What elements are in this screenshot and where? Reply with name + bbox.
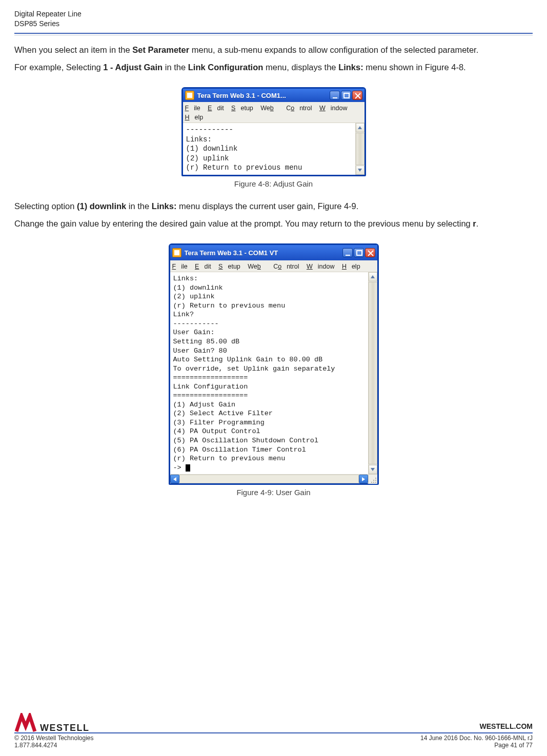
svg-rect-0: [333, 97, 337, 98]
scroll-left-button[interactable]: [170, 475, 179, 483]
resize-grip[interactable]: [368, 475, 377, 484]
window-title: Tera Term Web 3.1 - COM1 VT: [185, 249, 342, 257]
minimize-button[interactable]: [330, 91, 340, 100]
footer-right: 14 June 2016 Doc. No. 960-1666-MNL rJ Pa…: [420, 734, 533, 749]
svg-point-7: [373, 480, 374, 481]
footer-phone: 1.877.844.4274: [14, 742, 94, 749]
text: Selecting option: [14, 201, 77, 211]
figure-caption: Figure 4-8: Adjust Gain: [14, 179, 533, 188]
app-icon: [185, 91, 194, 100]
menu-help[interactable]: Help: [185, 114, 204, 121]
term-adjust-gain: 1 - Adjust Gain: [103, 63, 163, 72]
menu-help[interactable]: Help: [342, 263, 360, 270]
maximize-button[interactable]: [354, 248, 364, 257]
footer-left: © 2016 Westell Technologies 1.877.844.42…: [14, 734, 94, 749]
window-title: Tera Term Web 3.1 - COM1...: [197, 92, 330, 99]
text: For example, Selecting: [14, 63, 103, 72]
minimize-button[interactable]: [342, 248, 353, 257]
scroll-down-button[interactable]: [369, 465, 377, 474]
terminal-cursor: [186, 464, 190, 472]
footer-copyright: © 2016 Westell Technologies: [14, 734, 94, 742]
paragraph-4: Change the gain value by entering the de…: [14, 218, 533, 229]
menu-bar[interactable]: File Edit Setup Web Control Window Help: [170, 260, 377, 272]
brand-text: WESTELL: [40, 723, 90, 733]
text: menu, a sub-menu expands to allow config…: [189, 45, 478, 54]
scroll-down-button[interactable]: [356, 166, 364, 175]
menu-bar[interactable]: File Edit Setup Web Control Window Help: [183, 102, 364, 123]
paragraph-2: For example, Selecting 1 - Adjust Gain i…: [14, 62, 533, 73]
term-set-parameter: Set Parameter: [132, 45, 189, 54]
menu-setup[interactable]: Setup: [218, 263, 240, 270]
text: .: [476, 219, 479, 228]
menu-control[interactable]: Control: [286, 105, 312, 112]
scroll-up-button[interactable]: [369, 272, 377, 281]
menu-edit[interactable]: Edit: [195, 263, 211, 270]
text: Change the gain value by entering the de…: [14, 219, 473, 228]
menu-web[interactable]: Web: [248, 263, 266, 270]
menu-window[interactable]: Window: [307, 263, 334, 270]
term-link-configuration: Link Configuration: [188, 63, 264, 72]
terminal-content[interactable]: ----------- Links: (1) downlink (2) upli…: [183, 123, 355, 174]
menu-file[interactable]: File: [172, 263, 188, 270]
footer-pageline: Page 41 of 77: [420, 742, 533, 749]
close-button[interactable]: [365, 248, 375, 257]
figure-caption: Figure 4-9: User Gain: [14, 488, 533, 497]
svg-point-8: [373, 482, 374, 483]
scroll-thumb[interactable]: [369, 282, 377, 464]
term-links: Links:: [338, 63, 363, 72]
text: When you select an item in the: [14, 45, 132, 54]
header-rule: [14, 33, 533, 36]
text: menu shown in Figure 4-8.: [363, 63, 466, 72]
svg-rect-2: [346, 255, 350, 256]
text: menu, displays the: [263, 63, 338, 72]
header-line-1: Digital Repeater Line: [14, 9, 533, 19]
figure-4-9: Tera Term Web 3.1 - COM1 VT File Edit Se…: [14, 243, 533, 497]
svg-rect-3: [357, 251, 362, 255]
menu-file[interactable]: File: [185, 105, 200, 112]
vertical-scrollbar[interactable]: [355, 123, 364, 174]
header-line-2: DSP85 Series: [14, 19, 533, 29]
svg-point-9: [371, 482, 372, 483]
terminal-content[interactable]: Links: (1) downlink (2) uplink (r) Retur…: [170, 272, 368, 474]
terminal-text: Links: (1) downlink (2) uplink (r) Retur…: [173, 275, 335, 471]
text: in the: [163, 63, 188, 72]
maximize-button[interactable]: [341, 91, 351, 100]
menu-control[interactable]: Control: [273, 263, 299, 270]
svg-rect-1: [344, 93, 349, 98]
svg-point-4: [375, 478, 376, 479]
menu-edit[interactable]: Edit: [208, 105, 224, 112]
text: menu displays the current user gain, Fig…: [176, 201, 358, 211]
westell-logo-icon: [14, 713, 37, 733]
menu-window[interactable]: Window: [319, 105, 347, 112]
menu-web[interactable]: Web: [260, 105, 278, 112]
scroll-right-button[interactable]: [359, 475, 368, 483]
term-links: Links:: [152, 201, 177, 211]
app-icon: [172, 248, 181, 257]
text: in the: [126, 201, 152, 211]
figure-4-8: Tera Term Web 3.1 - COM1... File Edit Se…: [14, 87, 533, 188]
window-titlebar[interactable]: Tera Term Web 3.1 - COM1...: [183, 89, 364, 102]
close-button[interactable]: [352, 91, 362, 100]
horizontal-scrollbar[interactable]: [170, 474, 377, 483]
footer-docline: 14 June 2016 Doc. No. 960-1666-MNL rJ: [420, 734, 533, 742]
scroll-up-button[interactable]: [356, 123, 364, 132]
page-footer: WESTELL WESTELL.COM © 2016 Westell Techn…: [14, 713, 533, 749]
paragraph-1: When you select an item in the Set Param…: [14, 44, 533, 55]
footer-rule: [14, 732, 533, 733]
term-downlink: (1) downlink: [77, 201, 126, 211]
window-titlebar[interactable]: Tera Term Web 3.1 - COM1 VT: [170, 245, 377, 260]
svg-point-5: [375, 480, 376, 481]
paragraph-3: Selecting option (1) downlink in the Lin…: [14, 200, 533, 212]
scroll-track[interactable]: [179, 475, 359, 483]
footer-site: WESTELL.COM: [480, 722, 533, 730]
svg-point-6: [375, 482, 376, 483]
menu-setup[interactable]: Setup: [231, 105, 253, 112]
vertical-scrollbar[interactable]: [368, 272, 377, 474]
scroll-thumb[interactable]: [356, 133, 364, 165]
